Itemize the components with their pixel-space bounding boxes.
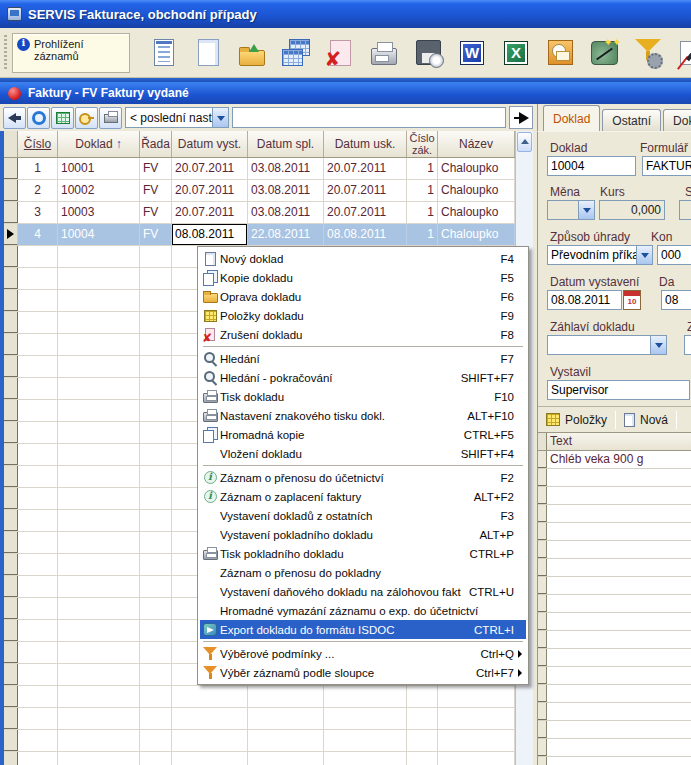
preset-dropdown[interactable]: < poslední nast [125,107,229,128]
menu-item[interactable]: Hromadné vymazání záznamu o exp. do účet… [200,601,526,620]
table-row[interactable]: 410004FV08.08.201122.08.201108.08.20111C… [4,224,533,246]
menu-item[interactable]: Záznam o přenosu do účetnictvíF2 [200,468,526,487]
cell-cislo: 1 [18,158,58,179]
table-row[interactable]: 110001FV20.07.201103.08.201120.07.20111C… [4,158,533,180]
calendar-icon[interactable] [623,290,641,310]
menu-item[interactable]: Kopie dokladuF5 [200,268,526,287]
polozky-button[interactable]: Položky [541,409,612,431]
excel-export-button[interactable] [494,30,538,76]
item-row[interactable]: Chléb veka 900 g [538,451,691,469]
menu-item[interactable]: Záznam o přenosu do pokladny [200,563,526,582]
menu-item[interactable]: Hromadná kopieCTRL+F5 [200,425,526,444]
tab-ostatni[interactable]: Ostatní [602,109,661,131]
stredisko-field[interactable] [679,200,691,220]
search-input[interactable] [232,107,506,128]
chevron-down-icon[interactable] [212,108,228,127]
cell-rada [140,664,172,685]
table-row-empty [4,752,533,765]
menu-item[interactable]: Výběr záznamů podle sloupceCtrl+F7 [200,663,526,682]
column-header-vyst[interactable]: Datum vyst. [172,131,248,157]
menu-item[interactable]: Hledání - pokračováníSHIFT+F7 [200,368,526,387]
menu-item[interactable]: Tisk dokladuF10 [200,387,526,406]
menu-item[interactable]: Nastavení znakového tisku dokl.ALT+F10 [200,406,526,425]
cell-doklad [58,378,140,399]
print-small-button[interactable] [99,107,122,129]
menu-item[interactable]: Vložení dokladuSHIFT+F4 [200,444,526,463]
zpusob-uhrady-dropdown[interactable]: Převodním příka [547,245,653,265]
column-header-zak[interactable]: Číslo zák. [407,131,438,157]
kurs-field[interactable]: 0,000 [599,200,665,220]
report-button[interactable] [142,30,186,76]
cell-doklad [58,268,140,289]
menu-item[interactable]: Položky dokladuF9 [200,306,526,325]
print-button[interactable] [362,30,406,76]
menu-item[interactable]: Výběrové podmínky ...Ctrl+Q [200,644,526,663]
column-header-nazev[interactable]: Název [438,131,515,157]
column-header-usk[interactable]: Datum usk. [324,131,407,157]
nova-button[interactable]: Nová [619,409,673,431]
zahlavi-dropdown[interactable] [547,335,667,355]
print-setup-icon [680,41,691,65]
column-header-rada[interactable]: Řada [140,131,172,157]
menu-item[interactable]: Oprava dokladuF6 [200,287,526,306]
tab-dokumenty[interactable]: Dokum [663,109,691,131]
datum-vystaveni-field[interactable]: 08.08.2011 [547,290,622,310]
save-disk-button[interactable] [406,30,450,76]
print-setup-button[interactable] [670,30,691,76]
table-row[interactable]: 310003FV20.07.201103.08.201120.07.20111C… [4,202,533,224]
outlook-export-button[interactable] [538,30,582,76]
column-header-spl[interactable]: Datum spl. [248,131,324,157]
vystavil-field[interactable]: Supervisor [547,380,690,400]
menu-item[interactable]: Tisk pokladního dokladuCTRL+P [200,544,526,563]
chevron-down-icon[interactable] [578,201,594,219]
chevron-down-icon[interactable] [650,336,666,354]
word-export-icon [460,41,484,65]
no-icon [200,584,220,600]
access-button[interactable] [75,107,98,129]
tab-doklad[interactable]: Doklad [543,105,600,131]
cell-spl: 03.08.2011 [248,202,324,223]
konstantni-symbol-field[interactable]: 000 [657,245,691,265]
cell-zak [407,730,438,751]
menu-item[interactable]: Vystavení dokladů z ostatníchF3 [200,506,526,525]
cell-rada [140,576,172,597]
new-document-button[interactable] [186,30,230,76]
mena-dropdown[interactable] [547,200,595,220]
copy-tables-button[interactable] [274,30,318,76]
refresh-button[interactable] [27,107,50,129]
table-row[interactable]: 210002FV20.07.201103.08.201120.07.20111C… [4,180,533,202]
grid-button[interactable] [51,107,74,129]
datum-field[interactable]: 08 [661,290,691,310]
wizard-button[interactable] [582,30,626,76]
scroll-up-button[interactable] [517,132,532,152]
info-icon [200,470,220,486]
menu-item[interactable]: Export dokladu do formátu ISDOCCTRL+I [200,620,526,639]
back-button[interactable] [3,107,26,129]
menu-item[interactable]: HledáníF7 [200,349,526,368]
copy-icon [203,270,217,285]
menu-item[interactable]: Vystavení pokladního dokladuALT+P [200,525,526,544]
cell-vyst [172,708,248,729]
column-header-cislo[interactable]: Číslo [18,131,58,157]
row-selector [4,158,18,179]
text-column-header[interactable]: Text [547,433,691,450]
item-text-cell [547,487,691,504]
delete-document-icon [330,40,351,66]
z-field[interactable] [684,335,691,355]
table-items-icon [200,308,220,324]
inline-edit-box[interactable]: 08.08.2011 [172,224,247,245]
toolbar-grip[interactable] [4,35,7,70]
doklad-field[interactable]: 10004 [547,156,636,176]
menu-item[interactable]: Nový dokladF4 [200,249,526,268]
delete-document-button[interactable] [318,30,362,76]
word-export-button[interactable] [450,30,494,76]
formular-field[interactable]: FAKTURA [642,156,691,176]
chevron-down-icon[interactable] [636,246,652,264]
column-header-doklad[interactable]: Doklad↑ [58,131,140,157]
menu-item[interactable]: Vystavení daňového dokladu na zálohovou … [200,582,526,601]
filter-button[interactable] [626,30,670,76]
menu-item[interactable]: Zrušení dokladuF8 [200,325,526,344]
open-folder-button[interactable] [230,30,274,76]
go-button[interactable] [509,106,533,129]
menu-item[interactable]: Záznam o zaplacení fakturyALT+F2 [200,487,526,506]
